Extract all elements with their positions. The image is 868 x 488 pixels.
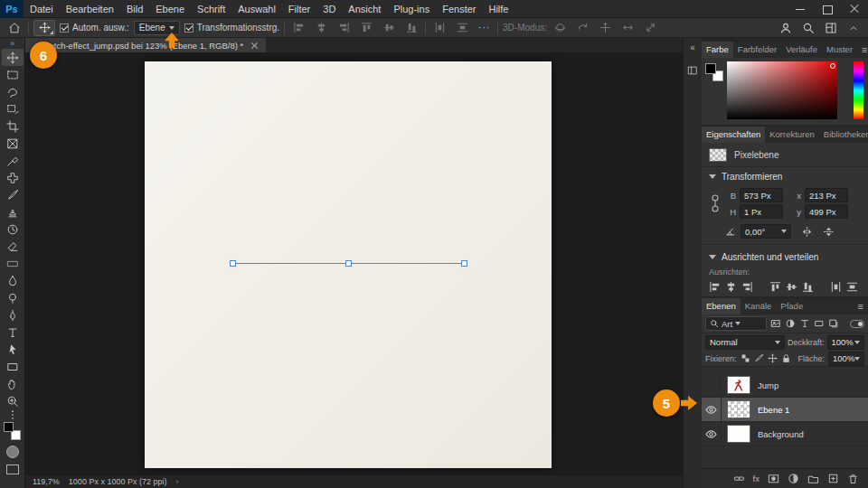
canvas-area[interactable] xyxy=(25,52,683,474)
align-top-icon[interactable] xyxy=(769,281,781,293)
frame-tool[interactable] xyxy=(2,135,24,152)
workspace-switcher-icon[interactable] xyxy=(822,20,840,36)
menu-3d[interactable]: 3D xyxy=(316,0,342,18)
blur-tool[interactable] xyxy=(2,272,24,289)
align-right-icon[interactable] xyxy=(335,20,353,36)
blend-mode-dropdown[interactable]: Normal xyxy=(705,335,785,350)
lasso-tool[interactable] xyxy=(2,83,24,100)
tab-kanaele[interactable]: Kanäle xyxy=(741,298,777,314)
path-selection-tool[interactable] xyxy=(2,341,24,358)
flip-horizontal-icon[interactable] xyxy=(801,226,813,238)
zoom-level[interactable]: 119,7% xyxy=(33,477,60,486)
3d-roll-icon[interactable] xyxy=(574,20,592,36)
saturation-brightness-field[interactable] xyxy=(727,61,837,119)
eraser-tool[interactable] xyxy=(2,238,24,255)
layer-row-jump[interactable]: Jump xyxy=(702,373,868,398)
shape-tool[interactable] xyxy=(2,358,24,375)
align-center-horizontal-icon[interactable] xyxy=(312,20,330,36)
lock-transparency-icon[interactable] xyxy=(741,353,750,363)
menu-hilfe[interactable]: Hilfe xyxy=(482,0,514,18)
3d-slide-icon[interactable] xyxy=(619,20,637,36)
marquee-tool[interactable] xyxy=(2,66,24,83)
lock-pixels-icon[interactable] xyxy=(754,353,764,363)
tab-korrekturen[interactable]: Korrekturen xyxy=(765,127,819,143)
tab-ebenen[interactable]: Ebenen xyxy=(702,298,741,314)
x-field[interactable]: 213 Px xyxy=(805,188,848,202)
checkbox-icon[interactable] xyxy=(184,23,193,33)
tab-eigenschaften[interactable]: Eigenschaften xyxy=(702,127,765,143)
toolbar-collapse-icon[interactable]: » xyxy=(10,38,14,49)
filter-shape-layers-icon[interactable] xyxy=(814,318,825,329)
align-bottom-icon[interactable] xyxy=(802,281,814,293)
link-layers-icon[interactable] xyxy=(733,473,745,484)
transform-controls-checkbox[interactable]: Transformationsstrg. xyxy=(184,23,279,33)
layer-thumbnail[interactable] xyxy=(727,400,750,418)
dodge-tool[interactable] xyxy=(2,289,24,306)
opacity-dropdown[interactable]: 100% xyxy=(827,335,864,350)
clone-stamp-tool[interactable] xyxy=(2,203,24,221)
hue-slider[interactable] xyxy=(854,61,863,119)
new-layer-icon[interactable] xyxy=(827,473,839,484)
move-tool[interactable] xyxy=(2,49,24,66)
y-field[interactable]: 499 Px xyxy=(805,204,848,219)
layer-name[interactable]: Background xyxy=(758,429,804,439)
menu-bearbeiten[interactable]: Bearbeiten xyxy=(60,0,120,18)
healing-brush-tool[interactable] xyxy=(2,169,24,186)
visibility-toggle-off[interactable] xyxy=(702,373,722,397)
transform-handle-right[interactable] xyxy=(461,260,467,267)
distribute-horizontal-icon[interactable] xyxy=(830,281,842,293)
menu-ansicht[interactable]: Ansicht xyxy=(342,0,387,18)
close-icon[interactable] xyxy=(841,0,868,18)
transform-handle-center[interactable] xyxy=(345,260,352,267)
foreground-color-swatch[interactable] xyxy=(4,422,14,432)
flip-vertical-icon[interactable] xyxy=(823,226,835,238)
filter-pixel-layers-icon[interactable] xyxy=(770,318,781,329)
new-group-icon[interactable] xyxy=(807,473,819,484)
history-brush-tool[interactable] xyxy=(2,221,24,238)
transform-section-header[interactable]: Transformieren xyxy=(702,167,868,185)
photoshop-logo[interactable]: Ps xyxy=(0,0,24,18)
filter-type-layers-icon[interactable] xyxy=(799,318,810,329)
panel-menu-icon[interactable]: ≡ xyxy=(857,42,868,58)
auto-select-checkbox[interactable]: Autom. ausw.: xyxy=(60,23,129,33)
pen-tool[interactable] xyxy=(2,306,24,324)
fill-dropdown[interactable]: 100% xyxy=(828,352,864,366)
screen-mode-icon[interactable] xyxy=(6,465,19,474)
home-icon[interactable] xyxy=(5,20,24,36)
align-bottom-icon[interactable] xyxy=(402,20,420,36)
brush-tool[interactable] xyxy=(2,186,24,203)
lock-position-icon[interactable] xyxy=(768,353,778,363)
more-options-button[interactable]: ··· xyxy=(476,23,493,33)
search-icon[interactable] xyxy=(799,20,817,36)
align-left-icon[interactable] xyxy=(709,281,721,293)
menu-schrift[interactable]: Schrift xyxy=(191,0,231,18)
foreground-background-swatches[interactable] xyxy=(4,422,21,440)
align-right-icon[interactable] xyxy=(741,281,753,293)
3d-orbit-icon[interactable] xyxy=(552,20,570,36)
align-middle-icon[interactable] xyxy=(786,281,797,293)
3d-pan-icon[interactable] xyxy=(597,20,615,36)
filter-smart-objects-icon[interactable] xyxy=(828,318,839,329)
eyedropper-tool[interactable] xyxy=(2,152,24,169)
status-chevron-icon[interactable]: › xyxy=(175,477,178,486)
tab-close-icon[interactable] xyxy=(250,42,259,50)
move-tool-preset-icon[interactable] xyxy=(33,20,55,36)
align-center-horizontal-icon[interactable] xyxy=(725,281,737,293)
height-field[interactable]: 1 Px xyxy=(740,204,783,219)
3d-scale-icon[interactable] xyxy=(642,20,660,36)
distribute-vertical-icon[interactable] xyxy=(453,20,471,36)
transform-handle-left[interactable] xyxy=(230,260,236,267)
menu-filter[interactable]: Filter xyxy=(282,0,316,18)
auto-select-target-dropdown[interactable]: Ebene xyxy=(134,21,180,35)
distribute-horizontal-icon[interactable] xyxy=(430,20,448,36)
tab-farbe[interactable]: Farbe xyxy=(702,42,733,58)
menu-bild[interactable]: Bild xyxy=(120,0,149,18)
layer-thumbnail[interactable] xyxy=(727,425,750,443)
document-tab[interactable]: ...stretch-effect_jump.psd bei 123% (Ebe… xyxy=(25,38,266,52)
dock-collapse-icon[interactable]: « xyxy=(690,43,695,52)
align-left-icon[interactable] xyxy=(289,20,307,36)
type-tool[interactable] xyxy=(2,324,24,341)
minimize-icon[interactable] xyxy=(787,0,814,18)
rotation-field[interactable]: 0,00° xyxy=(741,224,791,239)
tab-pfade[interactable]: Pfade xyxy=(776,298,807,314)
